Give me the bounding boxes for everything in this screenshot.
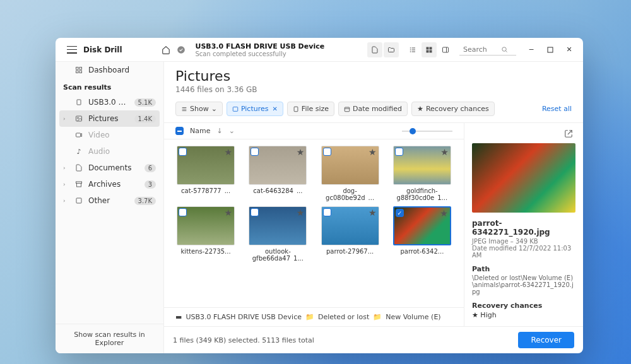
home-icon[interactable] <box>158 42 174 57</box>
breadcrumb: ▬ USB3.0 FLASH DRIVE USB Device 📁 Delete… <box>164 307 464 326</box>
tile-checkbox[interactable] <box>396 209 404 217</box>
maximize-button[interactable] <box>541 42 559 57</box>
sidebar-section: Scan results <box>56 78 163 94</box>
thumbnail-image: ★ <box>393 206 451 245</box>
filter-label: Recovery chances <box>426 105 489 113</box>
list-icon <box>181 106 187 112</box>
tile-filename: gc080be92d_... <box>326 194 374 201</box>
column-name[interactable]: Name <box>190 127 210 135</box>
tile-checkbox[interactable] <box>323 148 331 156</box>
tile-checkbox[interactable] <box>251 148 259 156</box>
date-filter[interactable]: Date modified <box>338 102 408 116</box>
svg-point-22 <box>78 117 79 119</box>
svg-line-14 <box>505 50 507 52</box>
thumbnail-tile[interactable]: ★dog-gc080be92d_... <box>320 146 380 201</box>
breadcrumb-segment[interactable]: New Volume (E) <box>386 313 440 321</box>
thumbnail-tile[interactable]: ★parrot-27967... <box>320 206 380 262</box>
sidebar-item-label: Dashboard <box>88 66 156 74</box>
tile-filename: cat-6463284_... <box>253 187 302 194</box>
thumbnail-tile[interactable]: ★parrot-6342... <box>392 206 452 262</box>
svg-point-3 <box>410 49 411 50</box>
select-all-checkbox[interactable] <box>175 127 184 135</box>
folder-view-icon[interactable] <box>384 42 399 57</box>
recover-button[interactable]: Recover <box>518 332 574 348</box>
drive-icon: ▬ <box>175 313 182 321</box>
sidebar-dashboard[interactable]: Dashboard <box>56 62 163 78</box>
tile-filename: parrot-27967... <box>326 248 374 255</box>
filter-label: Pictures <box>241 105 269 113</box>
tile-checkbox[interactable] <box>251 208 259 216</box>
remove-filter-icon[interactable]: ✕ <box>272 105 277 112</box>
open-external-icon[interactable] <box>564 129 575 141</box>
menu-icon[interactable] <box>67 46 77 54</box>
minimize-button[interactable]: ─ <box>522 42 540 57</box>
svg-rect-16 <box>76 68 79 70</box>
filter-label: Show <box>190 105 209 113</box>
recovery-value: ★ High <box>472 311 575 319</box>
list-view-icon[interactable] <box>405 42 420 57</box>
zoom-slider[interactable] <box>402 131 452 132</box>
folder-icon: 📁 <box>305 313 314 321</box>
star-icon[interactable]: ★ <box>369 147 377 157</box>
sidebar-documents[interactable]: › Documents 6 <box>56 160 163 176</box>
grid-view-icon[interactable] <box>422 42 437 57</box>
sort-arrow-icon[interactable]: ↓ <box>216 127 222 135</box>
preview-type-size: JPEG Image – 349 KB <box>472 238 575 245</box>
filesize-filter[interactable]: File size <box>287 102 334 116</box>
search-box[interactable] <box>459 44 516 56</box>
star-icon[interactable]: ★ <box>440 147 449 157</box>
sidebar-toggle-icon[interactable] <box>438 42 453 57</box>
sidebar-badge: 3 <box>144 180 156 189</box>
file-view-icon[interactable] <box>367 42 382 57</box>
pictures-filter[interactable]: Pictures✕ <box>227 102 283 116</box>
star-icon[interactable]: ★ <box>297 147 305 157</box>
tile-checkbox[interactable] <box>179 208 187 216</box>
tile-filename: cat-5778777_... <box>181 187 230 194</box>
check-shield-icon[interactable] <box>174 42 189 57</box>
thumbnail-tile[interactable]: ★cat-5778777_... <box>175 146 236 201</box>
star-icon[interactable]: ★ <box>225 147 233 157</box>
sidebar-archives[interactable]: › Archives 3 <box>56 176 163 192</box>
star-icon[interactable]: ★ <box>440 208 448 218</box>
sidebar-pictures[interactable]: › Pictures 1.4K <box>59 110 160 127</box>
preview-panel: parrot-6342271_1920.jpg JPEG Image – 349… <box>464 123 583 326</box>
tile-checkbox[interactable] <box>395 148 403 156</box>
close-button[interactable]: ✕ <box>560 42 578 57</box>
sidebar-other[interactable]: › Other 3.7K <box>56 192 163 209</box>
chevron-right-icon: › <box>63 115 69 122</box>
sidebar-drive[interactable]: USB3.0 FLASH DRIVE US… 5.1K <box>56 94 163 110</box>
recovery-filter[interactable]: ★Recovery chances <box>411 102 495 116</box>
breadcrumb-segment[interactable]: USB3.0 FLASH DRIVE USB Device <box>186 313 302 321</box>
thumbnail-tile[interactable]: ★kittens-22735... <box>175 206 236 262</box>
star-icon[interactable]: ★ <box>297 208 305 218</box>
tile-checkbox[interactable] <box>179 148 187 156</box>
search-input[interactable] <box>463 45 501 54</box>
svg-rect-9 <box>427 50 429 52</box>
svg-rect-19 <box>80 71 82 73</box>
tile-filename: parrot-6342... <box>400 248 444 255</box>
sidebar-video[interactable]: Video <box>56 127 163 143</box>
star-icon[interactable]: ★ <box>369 208 377 218</box>
page-subtitle: 1446 files on 3.36 GB <box>175 85 572 94</box>
svg-rect-26 <box>76 198 81 203</box>
reset-all-link[interactable]: Reset all <box>542 105 572 113</box>
star-icon[interactable]: ★ <box>225 208 233 218</box>
show-in-explorer-link[interactable]: Show scan results in Explorer <box>56 324 163 353</box>
chevron-down-icon[interactable]: ⌄ <box>229 127 235 135</box>
show-dropdown[interactable]: Show⌄ <box>175 102 223 116</box>
chevron-right-icon: › <box>63 197 69 204</box>
tile-checkbox[interactable] <box>323 208 331 216</box>
sidebar-item-label: Pictures <box>88 114 129 123</box>
breadcrumb-segment[interactable]: Deleted or lost <box>318 313 369 321</box>
svg-point-0 <box>178 46 186 54</box>
sidebar-audio[interactable]: ♪ Audio <box>56 143 163 160</box>
thumbnail-tile[interactable]: ★cat-6463284_... <box>247 146 308 201</box>
other-icon <box>74 197 83 204</box>
footer: 1 files (349 KB) selected. 5113 files to… <box>164 326 583 353</box>
thumbnail-tile[interactable]: ★goldfinch-g88f30cd0e_1... <box>392 146 452 201</box>
svg-rect-15 <box>548 47 553 52</box>
thumbnail-image: ★ <box>249 146 307 185</box>
thumbnail-image: ★ <box>177 206 235 245</box>
document-icon <box>74 164 83 172</box>
thumbnail-tile[interactable]: ★outlook-gfbe66da47_1... <box>247 206 308 262</box>
